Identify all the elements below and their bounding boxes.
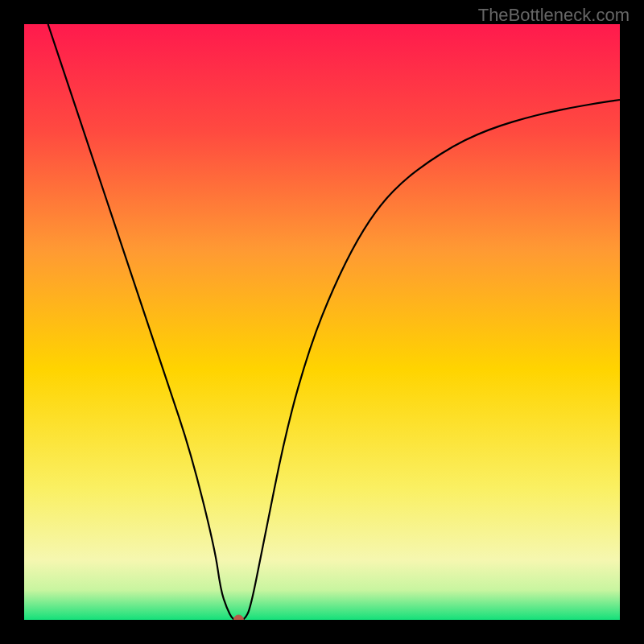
chart-svg bbox=[24, 24, 620, 620]
watermark-text: TheBottleneck.com bbox=[478, 5, 630, 26]
chart-area bbox=[24, 24, 620, 620]
gradient-background bbox=[24, 24, 620, 620]
